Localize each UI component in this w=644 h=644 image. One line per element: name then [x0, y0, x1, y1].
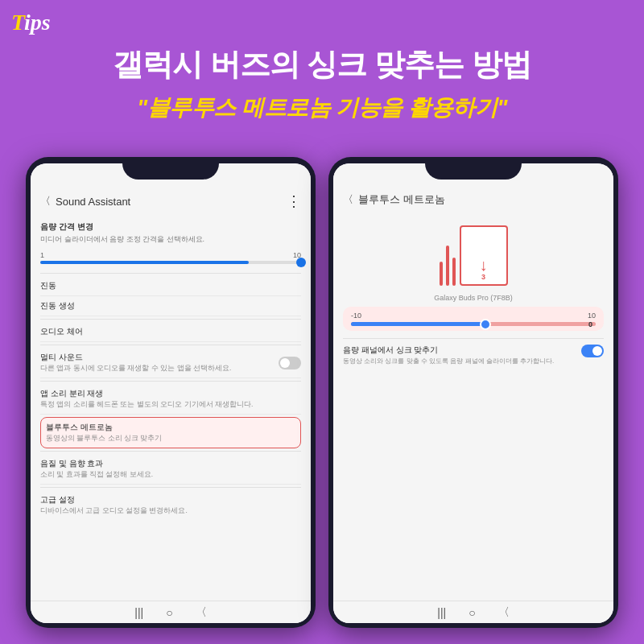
menu-item-multi-sound[interactable]: 멀티 사운드 다른 앱과 동시에 오디오를 재생할 수 있는 앱을 선택하세요. — [40, 348, 301, 378]
volume-slider-thumb[interactable] — [296, 258, 306, 267]
divider-6 — [40, 487, 301, 488]
left-phone-notch — [122, 157, 219, 180]
right-nav-back[interactable]: 〈 — [498, 605, 510, 620]
sound-quality-label: 음질 및 음향 효과 — [40, 458, 301, 469]
right-nav-header: 〈 블루투스 메트로놈 — [333, 189, 613, 213]
multi-sound-desc: 다른 앱과 동시에 오디오를 재생할 수 있는 앱을 선택하세요. — [40, 364, 231, 374]
tips-logo: Tips — [11, 10, 51, 35]
vol-panel-section[interactable]: 음량 패널에서 싱크 맞추기 동영상 소리와 싱크를 맞출 수 있도록 음량 패… — [343, 341, 604, 369]
metro-bar-container — [440, 246, 456, 286]
divider-3 — [40, 345, 301, 345]
metro-bar-3 — [452, 258, 456, 286]
menu-item-bluetooth-metronome[interactable]: 블루투스 메트로놈 동영상의 블루투스 소리 싱크 맞추기 — [40, 417, 301, 448]
app-sound-desc: 특정 앱의 소리를 헤드폰 또는 별도의 오디오 기기에서 재생합니다. — [40, 400, 301, 410]
divider-4 — [40, 381, 301, 382]
divider-1 — [40, 273, 301, 274]
bluetooth-metronome-label: 블루투스 메트로놈 — [46, 422, 295, 433]
vol-panel-text: 음량 패널에서 싱크 맞추기 동영상 소리와 싱크를 맞출 수 있도록 음량 패… — [343, 345, 554, 365]
right-nav-title: 블루투스 메트로놈 — [358, 192, 445, 207]
left-screen-content: 음량 간격 변경 미디어 슬라이더에서 음량 조정 간격을 선택하세요. 1 1… — [31, 217, 311, 601]
right-phone: 〈 블루투스 메트로놈 ↓ 3 — [328, 157, 618, 628]
advanced-desc: 디바이스에서 고급 오디오 설정을 변경하세요. — [40, 506, 301, 516]
volume-interval-section: 음량 간격 변경 미디어 슬라이더에서 음량 조정 간격을 선택하세요. 1 1… — [40, 217, 301, 270]
volume-slider-row: 1 10 — [40, 248, 301, 270]
vol-panel-desc: 동영상 소리와 싱크를 맞출 수 있도록 음량 패널에 슬라이더를 추가합니다. — [343, 357, 554, 365]
vibration-gen-label: 진동 생성 — [40, 300, 301, 312]
left-nav-header: 〈 Sound Assistant ⋮ — [31, 189, 311, 217]
app-sound-label: 앱 소리 분리 재생 — [40, 388, 301, 399]
audio-chair-label: 오디오 체어 — [40, 326, 301, 337]
phones-row: 〈 Sound Assistant ⋮ 음량 간격 변경 미디어 슬라이더에서 … — [16, 157, 628, 628]
vol-panel-title: 음량 패널에서 싱크 맞추기 — [343, 345, 554, 356]
sync-slider-value: 0 — [588, 320, 592, 328]
multi-sound-text: 멀티 사운드 다른 앱과 동시에 오디오를 재생할 수 있는 앱을 선택하세요. — [40, 352, 231, 374]
left-nav-recent[interactable]: ||| — [134, 606, 143, 619]
sync-slider-track[interactable]: 0 — [351, 322, 596, 326]
menu-item-app-sound[interactable]: 앱 소리 분리 재생 특정 앱의 소리를 헤드폰 또는 별도의 오디오 기기에서… — [40, 384, 301, 415]
menu-item-sound-quality[interactable]: 음질 및 음향 효과 소리 및 효과를 직접 설정해 보세요. — [40, 454, 301, 485]
sound-quality-desc: 소리 및 효과를 직접 설정해 보세요. — [40, 470, 301, 480]
left-phone: 〈 Sound Assistant ⋮ 음량 간격 변경 미디어 슬라이더에서 … — [26, 157, 316, 628]
multi-sound-label: 멀티 사운드 — [40, 352, 231, 363]
left-nav-back[interactable]: 〈 — [196, 605, 207, 620]
vibration-label: 진동 — [40, 280, 301, 291]
multi-sound-row: 멀티 사운드 다른 앱과 동시에 오디오를 재생할 수 있는 앱을 선택하세요. — [40, 352, 301, 374]
sync-slider-row: -10 10 0 — [343, 307, 604, 331]
right-phone-notch — [425, 157, 522, 180]
menu-item-vibration-gen[interactable]: 진동 생성 — [40, 296, 301, 316]
left-back-button[interactable]: 〈 Sound Assistant — [40, 194, 130, 208]
left-phone-screen: 〈 Sound Assistant ⋮ 음량 간격 변경 미디어 슬라이더에서 … — [31, 163, 311, 623]
advanced-label: 고급 설정 — [40, 494, 301, 506]
metro-arrow-icon: ↓ — [480, 257, 488, 273]
right-back-icon: 〈 — [343, 192, 353, 207]
menu-item-audio-chair[interactable]: 오디오 체어 — [40, 322, 301, 342]
right-phone-screen: 〈 블루투스 메트로놈 ↓ 3 — [333, 163, 613, 623]
left-nav-title: Sound Assistant — [56, 196, 130, 208]
right-bottom-nav: ||| ○ 〈 — [333, 601, 613, 623]
menu-item-advanced[interactable]: 고급 설정 디바이스에서 고급 오디오 설정을 변경하세요. — [40, 490, 301, 520]
left-bottom-nav: ||| ○ 〈 — [31, 601, 311, 623]
volume-interval-desc: 미디어 슬라이더에서 음량 조정 간격을 선택하세요. — [40, 234, 301, 248]
volume-slider-track[interactable] — [40, 261, 301, 264]
left-nav-home[interactable]: ○ — [166, 606, 172, 619]
sync-slider-min: -10 — [351, 312, 361, 320]
metro-box: ↓ 3 — [460, 225, 508, 286]
slider-min-label: 1 — [40, 251, 44, 259]
right-nav-recent[interactable]: ||| — [437, 606, 446, 619]
volume-slider-fill — [40, 261, 249, 264]
left-more-button[interactable]: ⋮ — [287, 192, 301, 210]
device-label: Galaxy Buds Pro (7F8B) — [343, 294, 604, 302]
right-divider-1 — [343, 338, 604, 339]
metronome-visual: ↓ 3 — [343, 220, 604, 292]
bluetooth-metronome-desc: 동영상의 블루투스 소리 싱크 맞추기 — [46, 434, 295, 444]
metro-number: 3 — [481, 273, 485, 281]
sync-slider-max: 10 — [588, 312, 596, 320]
divider-2 — [40, 319, 301, 320]
menu-item-vibration-header: 진동 — [40, 276, 301, 296]
left-back-icon: 〈 — [40, 194, 51, 208]
metronome-content: ↓ 3 Galaxy Buds Pro (7F8B) -10 10 0 — [333, 213, 613, 601]
sync-slider-thumb[interactable] — [480, 319, 491, 330]
divider-5 — [40, 451, 301, 452]
right-back-button[interactable]: 〈 블루투스 메트로놈 — [343, 192, 445, 207]
volume-interval-title: 음량 간격 변경 — [40, 217, 301, 234]
sync-slider-fill — [351, 322, 485, 326]
metro-bar-2 — [446, 246, 449, 286]
multi-sound-toggle[interactable] — [279, 357, 301, 369]
main-title: 갤럭시 버즈의 싱크 맞추는 방법 — [0, 44, 644, 85]
right-nav-home[interactable]: ○ — [469, 606, 475, 619]
vol-panel-toggle[interactable] — [581, 345, 604, 357]
sync-slider-labels: -10 10 — [351, 312, 596, 320]
sub-title: "블루투스 메트로놈 기능을 활용하기" — [0, 93, 644, 123]
metro-bar-1 — [440, 262, 443, 286]
volume-slider-labels: 1 10 — [40, 251, 301, 259]
